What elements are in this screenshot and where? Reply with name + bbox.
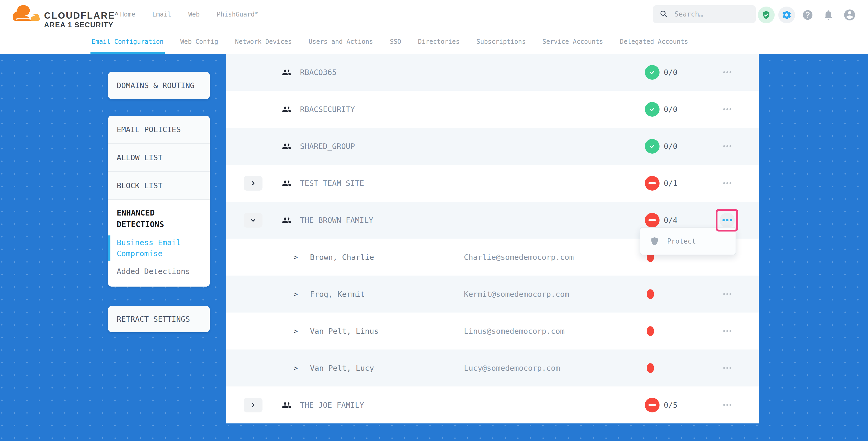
- protected-count: 0/0: [664, 142, 677, 151]
- member-email: Linus@somedemocorp.com: [464, 327, 565, 336]
- help-button[interactable]: [802, 9, 813, 21]
- tab-users-and-actions[interactable]: Users and Actions: [309, 29, 373, 54]
- groups-table: Protect RBACO3650/0RBACSECURITY0/0SHARED…: [226, 54, 758, 423]
- settings-button[interactable]: [778, 6, 795, 23]
- sidebar-item-allow-list[interactable]: ALLOW LIST: [108, 144, 210, 172]
- ellipsis-icon: [726, 330, 728, 332]
- expand-row-button[interactable]: [244, 176, 262, 191]
- brand-product: AREA 1 SECURITY: [44, 21, 118, 29]
- tab-web-config[interactable]: Web Config: [180, 29, 218, 54]
- table-row-the-joe-family: THE JOE FAMILY0/5: [226, 386, 758, 423]
- collapse-row-button[interactable]: [244, 213, 262, 228]
- group-name: THE JOE FAMILY: [300, 401, 364, 410]
- ellipsis-icon: [726, 71, 728, 73]
- sidebar-item-block-list[interactable]: BLOCK LIST: [108, 172, 210, 200]
- notifications-button[interactable]: [823, 9, 834, 21]
- sidebar-policy-items: EMAIL POLICIESALLOW LISTBLOCK LIST: [108, 116, 210, 200]
- group-icon: [282, 68, 291, 77]
- cloudflare-brand[interactable]: CLOUDFLARE® AREA 1 SECURITY: [12, 3, 118, 29]
- primary-nav: HomeEmailWebPhishGuard™: [120, 0, 258, 29]
- sidebar-item-retract-settings[interactable]: RETRACT SETTINGS: [108, 306, 210, 332]
- ellipsis-icon: [726, 404, 728, 406]
- ellipsis-icon: [726, 182, 728, 184]
- row-actions-button[interactable]: [720, 213, 735, 228]
- group-name: TEST TEAM SITE: [300, 179, 364, 188]
- member-chevron-icon[interactable]: >: [294, 253, 298, 261]
- protection-status-button[interactable]: [758, 6, 775, 23]
- gear-icon: [781, 10, 792, 20]
- nav-item-email[interactable]: Email: [152, 11, 171, 18]
- ellipsis-icon: [730, 367, 732, 369]
- sidebar-item-enhanced-detections[interactable]: ENHANCED DETECTIONS: [117, 207, 201, 230]
- tab-email-configuration[interactable]: Email Configuration: [92, 29, 164, 54]
- check-icon: [648, 68, 657, 77]
- table-row-shared-group: SHARED_GROUP0/0: [226, 128, 758, 165]
- status-alert-dot: [647, 289, 654, 299]
- search-icon: [659, 9, 669, 19]
- tab-network-devices[interactable]: Network Devices: [235, 29, 292, 54]
- search-box[interactable]: [653, 5, 756, 23]
- expand-row-button[interactable]: [244, 398, 262, 412]
- tab-delegated-accounts[interactable]: Delegated Accounts: [620, 29, 688, 54]
- top-header: CLOUDFLARE® AREA 1 SECURITY HomeEmailWeb…: [0, 0, 868, 29]
- row-actions-button[interactable]: [720, 398, 735, 413]
- nav-item-home[interactable]: Home: [120, 11, 135, 18]
- protected-count: 0/5: [664, 401, 677, 410]
- status-ok-icon: [645, 139, 659, 154]
- ellipsis-icon: [730, 330, 732, 332]
- row-actions-button[interactable]: [720, 139, 735, 154]
- table-row-van-pelt-lucy: >Van Pelt, LucyLucy@somedemocorp.com: [226, 349, 758, 386]
- row-actions-button[interactable]: [720, 65, 735, 80]
- ellipsis-icon: [723, 182, 725, 184]
- member-chevron-icon[interactable]: >: [294, 290, 298, 298]
- ellipsis-icon: [726, 145, 728, 147]
- group-name: THE BROWN FAMILY: [300, 216, 373, 225]
- protected-count: 0/0: [664, 68, 677, 77]
- tab-directories[interactable]: Directories: [418, 29, 460, 54]
- ellipsis-icon: [723, 330, 725, 332]
- sidebar-item-business-email-compromise[interactable]: Business Email Compromise: [117, 237, 201, 259]
- area1-security-app: CLOUDFLARE® AREA 1 SECURITY HomeEmailWeb…: [0, 0, 868, 441]
- row-actions-button[interactable]: [720, 360, 735, 376]
- nav-item-web[interactable]: Web: [188, 11, 199, 18]
- sidebar-item-domains-routing[interactable]: DOMAINS & ROUTING: [108, 72, 210, 99]
- sidebar-item-added-detections[interactable]: Added Detections: [117, 266, 201, 277]
- row-actions-button[interactable]: [720, 323, 735, 339]
- member-chevron-icon[interactable]: >: [294, 364, 298, 372]
- check-icon: [648, 142, 657, 151]
- minus-icon: [649, 182, 656, 184]
- status-alert-icon: [645, 176, 659, 191]
- member-name: Van Pelt, Lucy: [310, 364, 374, 373]
- member-email: Lucy@somedemocorp.com: [464, 364, 560, 373]
- group-icon: [282, 105, 291, 114]
- table-row-test-team-site: TEST TEAM SITE0/1: [226, 165, 758, 201]
- minus-icon: [649, 404, 656, 406]
- nav-item-phishguard[interactable]: PhishGuard™: [217, 11, 258, 18]
- avatar-icon: [843, 8, 856, 22]
- ellipsis-icon: [726, 293, 728, 295]
- minus-icon: [649, 219, 656, 221]
- ellipsis-icon: [730, 293, 732, 295]
- chevron-down-icon: [249, 216, 257, 224]
- menu-item-protect[interactable]: Protect: [667, 237, 696, 245]
- registered-mark: ®: [115, 12, 118, 16]
- member-chevron-icon[interactable]: >: [294, 327, 298, 335]
- ellipsis-icon: [730, 219, 732, 221]
- row-context-menu: Protect: [640, 227, 736, 255]
- row-actions-button[interactable]: [720, 287, 735, 302]
- sidebar-item-email-policies[interactable]: EMAIL POLICIES: [108, 116, 210, 144]
- ellipsis-icon: [723, 367, 725, 369]
- member-name: Van Pelt, Linus: [310, 327, 379, 336]
- sidebar-item-label: DOMAINS & ROUTING: [117, 81, 194, 90]
- row-actions-button[interactable]: [720, 176, 735, 191]
- tab-subscriptions[interactable]: Subscriptions: [476, 29, 526, 54]
- table-row-rbacsecurity: RBACSECURITY0/0: [226, 91, 758, 128]
- group-icon: [282, 141, 291, 151]
- ellipsis-icon: [726, 367, 728, 369]
- table-row-rbaco365: RBACO3650/0: [226, 54, 758, 91]
- search-input[interactable]: [674, 10, 748, 18]
- account-button[interactable]: [843, 8, 856, 22]
- row-actions-button[interactable]: [720, 102, 735, 117]
- tab-service-accounts[interactable]: Service Accounts: [542, 29, 603, 54]
- tab-sso[interactable]: SSO: [390, 29, 401, 54]
